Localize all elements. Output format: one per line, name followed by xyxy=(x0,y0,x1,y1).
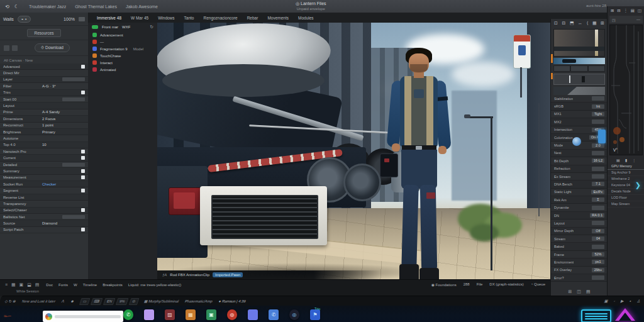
inspector-row-value[interactable]: ps1 xyxy=(592,260,604,264)
outliner-item[interactable]: Fragmentation 9 Model xyxy=(88,45,157,52)
horizon-strip-thumbnail[interactable] xyxy=(553,58,605,64)
menu-item[interactable]: Tanto xyxy=(184,16,194,20)
tray-caret-icon[interactable]: ᐱ xyxy=(61,299,65,303)
property-control[interactable] xyxy=(81,156,85,160)
status-right-item[interactable]: ◉ Foundations xyxy=(431,282,457,287)
taskbar-app-icon[interactable] xyxy=(248,309,258,320)
property-control[interactable] xyxy=(81,189,85,192)
inspector-tool-icon[interactable]: ⊡ xyxy=(554,21,558,26)
inspector-row[interactable]: Frame 52% xyxy=(551,251,608,258)
property-row[interactable]: Measurement xyxy=(0,175,88,181)
status-right-item[interactable]: File xyxy=(477,282,483,287)
refresh-icon[interactable]: ↻ xyxy=(150,25,153,30)
texture-preview[interactable]: V° xyxy=(609,25,643,155)
status-item[interactable]: Fonts xyxy=(58,283,68,287)
inspector-row[interactable]: Baked xyxy=(551,243,608,250)
property-row[interactable]: Layer xyxy=(0,77,88,83)
property-row[interactable]: Brightness Primary xyxy=(0,129,88,135)
property-row[interactable]: Advanced xyxy=(0,64,88,70)
character[interactable] xyxy=(385,48,454,279)
property-control[interactable] xyxy=(81,65,85,69)
rail-mini-icon[interactable]: ▤ xyxy=(616,158,620,162)
inspector-row-value[interactable]: Off xyxy=(592,229,604,233)
inspector-row[interactable]: Bit Depth 16·L2 xyxy=(551,157,608,165)
inspector-row-value[interactable] xyxy=(592,245,604,249)
inspector-row-value[interactable] xyxy=(592,275,604,280)
property-row[interactable]: Detailed xyxy=(0,162,88,168)
inspector-row[interactable]: DNA Bench 7.1 xyxy=(551,180,608,188)
property-control[interactable] xyxy=(81,175,85,179)
tray-right-icon[interactable]: ▪ xyxy=(629,299,632,304)
neon-triangle-icon[interactable] xyxy=(615,308,635,321)
inspector-row-value[interactable] xyxy=(592,151,604,155)
property-row[interactable]: Socket Run Checker xyxy=(0,181,88,187)
add-pill-button[interactable]: ◒ + xyxy=(18,16,31,23)
inspector-row-value[interactable]: 7.1 xyxy=(592,182,604,186)
outliner-item[interactable]: Advancement xyxy=(88,31,157,38)
inspector-tool-icon[interactable]: ↔ xyxy=(578,21,582,26)
outliner-item[interactable]: — xyxy=(88,38,157,45)
tray-app-label[interactable]: Phasematic/Amp xyxy=(184,299,213,303)
rail-tool-icon[interactable]: ⊞ xyxy=(611,8,614,13)
status-item[interactable]: Liquid: me trees-yellow-elastic() xyxy=(128,283,181,287)
inspector-row-value[interactable] xyxy=(592,119,604,124)
property-row[interactable]: Prime A-4 Sandy xyxy=(0,109,88,116)
inspector-tool-icon[interactable]: ⟨ xyxy=(587,21,589,26)
rail-list-item[interactable]: GPU Memory xyxy=(608,164,644,170)
property-value[interactable]: 2 Focus xyxy=(42,117,55,121)
rail-mini-icon[interactable]: ⋮ xyxy=(632,158,636,162)
inspector-row[interactable]: FX Overlay 29b+ xyxy=(551,267,608,274)
property-row[interactable]: Reverse List xyxy=(0,194,88,201)
tray-chip[interactable]: ▭ xyxy=(79,298,90,305)
property-row[interactable]: Select/Chaser xyxy=(0,208,88,214)
inspector-row-value[interactable]: 16·L2 xyxy=(592,158,604,163)
wire-label[interactable]: WXF xyxy=(122,25,130,29)
tray-clock[interactable]: ● Ramsun | 4:39 xyxy=(218,299,247,303)
menu-item[interactable]: Rengoznacioncore xyxy=(203,16,237,20)
breadcrumb-selected[interactable]: Imported.Pawn xyxy=(213,272,243,277)
property-row[interactable]: Nanotech Pro xyxy=(0,148,88,155)
taskbar-app-icon[interactable]: ◍ xyxy=(227,309,237,320)
inspector-row[interactable]: MX2 xyxy=(551,118,608,126)
breadcrumb[interactable]: Rod FBX AnimationClip xyxy=(170,273,209,277)
property-control[interactable] xyxy=(81,169,85,173)
inspector-row-value[interactable]: 04 xyxy=(592,236,604,241)
inspector-tool-icon[interactable]: ▦ xyxy=(592,21,597,26)
taskbar-app-icon[interactable] xyxy=(144,309,154,320)
property-row[interactable]: Segment xyxy=(0,187,88,194)
taskbar-app-icon[interactable]: ⚑ xyxy=(310,309,320,320)
property-control[interactable] xyxy=(62,77,85,81)
menu-item[interactable]: W Mar 45 xyxy=(131,16,148,20)
timeline-widget[interactable] xyxy=(553,74,605,85)
property-value[interactable]: Checker xyxy=(42,182,56,186)
property-value[interactable]: Primary xyxy=(42,130,55,134)
resources-button[interactable]: Resources xyxy=(27,29,60,37)
taskbar-app-icon[interactable]: ▨ xyxy=(165,309,175,320)
inspector-row[interactable]: DN RA 0.1 xyxy=(551,212,608,219)
inspector-row[interactable]: Stabilization xyxy=(551,95,608,103)
taskbar-app-icon[interactable]: ✆ xyxy=(269,309,279,320)
inspector-row[interactable]: MX1 Tight xyxy=(551,111,608,118)
inspector-row-value[interactable]: 52% xyxy=(592,252,604,257)
taskbar-app-icon[interactable]: ▦ xyxy=(186,309,196,320)
inspector-row-value[interactable]: RA 0.1 xyxy=(590,213,604,218)
menu-item[interactable]: Modules xyxy=(298,16,314,20)
status-right-item[interactable]: ◔ Queue xyxy=(531,282,545,287)
material-preview-thumbnail[interactable] xyxy=(553,87,605,95)
status-right-item[interactable]: 288 xyxy=(464,282,470,287)
inspector-row-value[interactable]: Int xyxy=(592,104,604,109)
inspector-row-value[interactable] xyxy=(592,206,604,210)
property-control[interactable] xyxy=(81,208,85,212)
status-icons[interactable]: ≡ ▦ ▣ ⬓ ▤ xyxy=(5,282,40,287)
property-row[interactable]: Current xyxy=(0,155,88,161)
property-control[interactable] xyxy=(81,91,85,94)
tray-right-icon[interactable]: ▣ xyxy=(603,299,609,304)
zoom-level[interactable]: 100% xyxy=(64,17,75,21)
property-value[interactable]: Diamond xyxy=(42,221,57,225)
inspector-row-value[interactable] xyxy=(592,221,604,225)
property-row[interactable]: Ballistics Net xyxy=(0,214,88,220)
inspector-row[interactable]: Refraction xyxy=(551,165,608,173)
outliner-item[interactable]: TouchChase xyxy=(88,52,157,59)
tray-sync-icons[interactable]: ◇ ↻ ⊕ xyxy=(4,299,16,303)
rail-header[interactable]: ◳ — xyxy=(609,16,643,23)
